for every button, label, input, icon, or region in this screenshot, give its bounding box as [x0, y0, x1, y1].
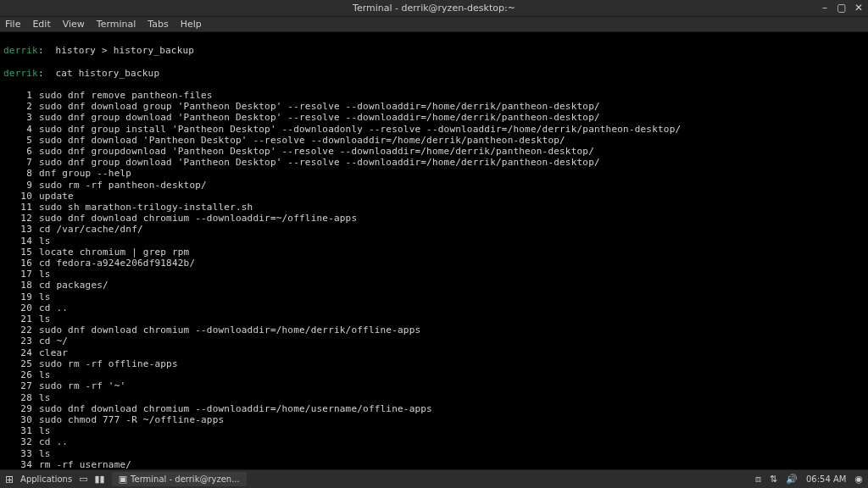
history-command: sudo dnf download chromium --downloaddir… [32, 403, 432, 414]
history-command: sudo rm -rf offline-apps [32, 358, 178, 369]
history-line: 1sudo dnf remove pantheon-files [3, 90, 865, 101]
history-line: 32cd .. [3, 436, 865, 447]
history-number: 5 [3, 135, 32, 146]
history-line: 6sudo dnf groupdownload 'Pantheon Deskto… [3, 146, 865, 157]
history-line: 30sudo chmod 777 -R ~/offline-apps [3, 414, 865, 425]
history-number: 17 [3, 269, 32, 280]
applications-label[interactable]: Applications [20, 474, 72, 484]
history-number: 13 [3, 224, 32, 235]
history-command: cd .. [32, 302, 68, 313]
prompt-line: derrik: cat history_backup [3, 68, 865, 79]
history-number: 19 [3, 291, 32, 302]
menubar: File Edit View Terminal Tabs Help [0, 17, 868, 32]
history-line: 22sudo dnf download chromium --downloadd… [3, 324, 865, 336]
history-command: cd fedora-a924e206df91842b/ [32, 258, 195, 269]
history-line: 27sudo rm -rf '~' [3, 380, 865, 391]
minimize-button[interactable]: – [819, 2, 831, 14]
network-icon[interactable]: ⇅ [770, 474, 777, 485]
history-line: 16cd fedora-a924e206df91842b/ [3, 258, 865, 269]
history-number: 15 [3, 247, 32, 258]
menu-view[interactable]: View [63, 19, 85, 30]
history-line: 8dnf group --help [3, 168, 865, 179]
history-line: 17ls [3, 269, 865, 280]
workspace-switcher-icon[interactable]: ▮▮ [95, 474, 105, 485]
history-command: sudo dnf download chromium --downloaddir… [32, 213, 357, 224]
terminal-icon: ▣ [119, 474, 127, 485]
history-line: 26ls [3, 369, 865, 380]
terminal-output[interactable]: derrik: history > history_backup derrik:… [0, 32, 868, 469]
history-line: 9sudo rm -rf pantheon-desktop/ [3, 180, 865, 191]
history-list: 1sudo dnf remove pantheon-files2sudo dnf… [3, 90, 865, 469]
history-number: 11 [3, 202, 32, 213]
maximize-button[interactable]: ▢ [836, 2, 848, 14]
history-command: clear [32, 347, 68, 358]
typed-cmd-1: history > history_backup [44, 45, 194, 56]
history-line: 11sudo sh marathon-trilogy-installer.sh [3, 202, 865, 213]
history-command: ls [32, 448, 51, 459]
history-command: sudo sh marathon-trilogy-installer.sh [32, 202, 253, 213]
history-line: 23cd ~/ [3, 336, 865, 347]
typed-cmd-2: cat history_backup [44, 68, 159, 79]
history-number: 31 [3, 425, 32, 436]
history-line: 19ls [3, 291, 865, 302]
taskbar-task-terminal[interactable]: ▣ Terminal - derrik@ryzen... [112, 472, 247, 486]
history-line: 25sudo rm -rf offline-apps [3, 358, 865, 369]
volume-icon[interactable]: 🔊 [786, 474, 798, 485]
prompt-line: derrik: history > history_backup [3, 45, 865, 56]
history-command: ls [32, 313, 51, 324]
history-command: sudo rm -rf pantheon-desktop/ [32, 180, 207, 191]
history-number: 27 [3, 380, 32, 391]
history-command: sudo chmod 777 -R ~/offline-apps [32, 414, 224, 425]
show-desktop-icon[interactable]: ▭ [79, 474, 87, 485]
history-command: rm -rf username/ [32, 459, 131, 469]
applications-menu-icon[interactable]: ⊞ [5, 474, 14, 485]
menu-edit[interactable]: Edit [32, 19, 50, 30]
history-command: update [32, 191, 74, 202]
history-command: sudo dnf remove pantheon-files [32, 90, 213, 101]
close-button[interactable]: ✕ [853, 2, 865, 14]
history-line: 18cd packages/ [3, 280, 865, 291]
titlebar[interactable]: Terminal - derrik@ryzen-desktop:~ – ▢ ✕ [0, 0, 868, 17]
taskbar: ⊞ Applications ▭ ▮▮ ▣ Terminal - derrik@… [0, 469, 868, 488]
history-line: 34rm -rf username/ [3, 459, 865, 469]
taskbar-left: ⊞ Applications ▭ ▮▮ ▣ Terminal - derrik@… [5, 472, 247, 486]
history-line: 5sudo dnf download 'Pantheon Desktop' --… [3, 135, 865, 146]
menu-help[interactable]: Help [181, 19, 202, 30]
prompt-sep: : [38, 45, 44, 56]
history-number: 14 [3, 236, 32, 247]
history-command: sudo dnf group download 'Pantheon Deskto… [32, 112, 600, 123]
history-number: 2 [3, 101, 32, 112]
history-number: 26 [3, 369, 32, 380]
menu-file[interactable]: File [5, 19, 20, 30]
history-command: ls [32, 236, 51, 247]
history-number: 8 [3, 168, 32, 179]
history-number: 20 [3, 302, 32, 313]
menu-terminal[interactable]: Terminal [97, 19, 136, 30]
history-command: sudo dnf download group 'Pantheon Deskto… [32, 101, 600, 112]
history-number: 34 [3, 459, 32, 469]
history-line: 12sudo dnf download chromium --downloadd… [3, 213, 865, 224]
prompt-user: derrik [3, 68, 38, 79]
user-menu-icon[interactable]: ◉ [854, 474, 863, 485]
history-line: 28ls [3, 392, 865, 403]
menu-tabs[interactable]: Tabs [147, 19, 168, 30]
history-number: 3 [3, 112, 32, 123]
history-line: 15locate chromium | grep rpm [3, 247, 865, 258]
history-number: 18 [3, 280, 32, 291]
history-command: sudo dnf groupdownload 'Pantheon Desktop… [32, 146, 594, 157]
history-command: sudo rm -rf '~' [32, 380, 125, 391]
dropbox-icon[interactable]: ⧈ [755, 474, 761, 485]
history-line: 3sudo dnf group download 'Pantheon Deskt… [3, 112, 865, 123]
history-command: cd ~/ [32, 336, 68, 347]
history-number: 21 [3, 313, 32, 324]
history-number: 1 [3, 90, 32, 101]
taskbar-task-label: Terminal - derrik@ryzen... [131, 474, 240, 484]
history-line: 4sudo dnf group install 'Pantheon Deskto… [3, 124, 865, 135]
history-number: 4 [3, 124, 32, 135]
history-number: 6 [3, 146, 32, 157]
clock[interactable]: 06:54 AM [806, 474, 846, 484]
history-number: 33 [3, 448, 32, 459]
history-number: 16 [3, 258, 32, 269]
history-number: 29 [3, 403, 32, 414]
history-number: 10 [3, 191, 32, 202]
